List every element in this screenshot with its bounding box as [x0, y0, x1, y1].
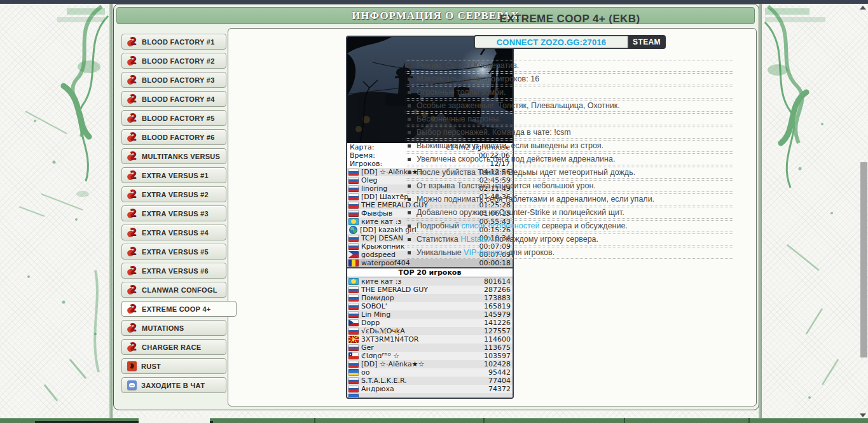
feature-text: Особые зараженные: Толстяк, Плевальщица,… [417, 101, 620, 110]
sidebar-item-mutations[interactable]: MUTATIONS [121, 320, 226, 336]
feature-item: Огромные толпы зомби. [406, 87, 733, 99]
top-player-score: 145979 [484, 310, 511, 319]
ru-flag-icon [348, 185, 359, 192]
feature-text: Максимальное число игроков: 16 [417, 74, 539, 83]
l4d2-icon [127, 170, 137, 181]
ru-flag-icon [348, 243, 359, 250]
top-player-score: 95442 [488, 368, 511, 377]
top-player-name: oo [361, 368, 488, 377]
sidebar-item-label: BLOOD FACTORY #5 [142, 114, 215, 122]
kz-flag-icon [348, 278, 359, 285]
top-player-name: √εDьℳОчķA [361, 327, 484, 335]
sidebar-item-extra-versus-#1[interactable]: EXTRA VERSUS #1 [121, 167, 226, 183]
sidebar-item-rust[interactable]: RUST [121, 358, 226, 374]
l4d2-icon [127, 113, 137, 123]
sidebar-item-extra-versus-#4[interactable]: EXTRA VERSUS #4 [121, 225, 226, 240]
feature-text: по каждому игроку сервера. [493, 235, 598, 244]
steam-button[interactable]: STEAM [629, 35, 666, 49]
sidebar-item-extreme-coop-4+[interactable]: EXTREME COOP 4+ [121, 301, 237, 317]
ua-flag-icon [348, 394, 359, 399]
top-players-list: ките кат :з801614THE EMERALD GUY287266По… [347, 277, 513, 399]
sidebar-item-extra-versus-#3[interactable]: EXTRA VERSUS #3 [121, 205, 226, 221]
feature-text: После убийства Танка и Ведьмы идет метео… [417, 168, 635, 177]
sidebar-item-label: EXTRA VERSUS #4 [142, 229, 209, 237]
top-player-score: 102428 [484, 360, 511, 368]
feature-text: для игроков. [506, 248, 555, 257]
ph-flag-icon [348, 251, 359, 258]
ru-flag-icon [348, 328, 359, 335]
top-player-row: Lin Ming145979 [347, 310, 513, 319]
sidebar-item-label: BLOOD FACTORY #4 [142, 95, 215, 103]
top-player-name: ките кат :з [361, 277, 484, 286]
sidebar-item-extra-versus-#2[interactable]: EXTRA VERSUS #2 [121, 186, 226, 202]
ru-flag-icon [348, 177, 359, 184]
feature-text: Уникальные [417, 248, 464, 257]
feature-item: Выбор персонажей. Команда в чате: !csm [406, 127, 733, 139]
feature-text: От взрыва Толстяка наносится небольшой у… [417, 181, 596, 190]
feature-text: Подробный [417, 221, 461, 230]
sidebar-item-label: MUTATIONS [142, 324, 184, 332]
sidebar-item-blood-factory-#5[interactable]: BLOOD FACTORY #5 [121, 110, 226, 126]
ru-flag-icon [348, 377, 359, 384]
grunge-art-right [762, 3, 860, 410]
ru-flag-icon [348, 361, 359, 368]
ru-flag-icon [348, 295, 359, 302]
feature-item: Подробный список особенностей сервера и … [406, 220, 733, 232]
sidebar-item-extra-versus-#5[interactable]: EXTRA VERSUS #5 [121, 244, 226, 260]
footer-separator [314, 418, 315, 423]
scrollbar-down-icon[interactable] [860, 413, 866, 417]
feature-item: Статистика HLstatsX по каждому игроку се… [406, 233, 733, 246]
sidebar-item-label: CHARGER RACE [142, 343, 201, 351]
sidebar-item-clanwar-confogl[interactable]: CLANWAR CONFOGL [121, 282, 226, 298]
top-player-score: 127557 [484, 327, 511, 335]
top-player-row: ℭƖơɳɑᴾᴿᴼ ☆103597 [347, 352, 513, 360]
kz-flag-icon [348, 218, 359, 225]
sidebar-item-blood-factory-#6[interactable]: BLOOD FACTORY #6 [121, 129, 226, 145]
top-player-score: 165819 [484, 302, 511, 310]
top-player-name: 3XT3RM1N4TOR [361, 335, 484, 343]
feature-text: Режим: Co-op / Кооператив. [417, 61, 519, 70]
sidebar-item-blood-factory-#3[interactable]: BLOOD FACTORY #3 [121, 72, 226, 88]
scrollbar-up-icon[interactable] [860, 6, 866, 10]
sidebar-item-label: EXTRA VERSUS #2 [142, 191, 209, 198]
top-player-score: 801614 [484, 277, 511, 286]
feature-item: Выжившие могут ползти, если выведены из … [406, 140, 733, 152]
main-panel: ИНФОРМАЦИЯ О СЕРВЕРАХ BLOOD FACTORY #1BL… [113, 4, 759, 410]
sidebar-item-blood-factory-#4[interactable]: BLOOD FACTORY #4 [121, 91, 226, 107]
connect-bar: CONNECT ZOZO.GG:27016 STEAM [406, 35, 734, 49]
feature-text: Бесконечные патроны. [417, 114, 501, 123]
l4d2-icon [127, 56, 137, 66]
feature-link[interactable]: VIP-бонусы [464, 248, 506, 257]
feature-text: Увеличена скорость бега под действием ад… [417, 155, 615, 163]
sidebar-item-заходите-в-чат[interactable]: ЗАХОДИТЕ В ЧАТ [121, 377, 226, 393]
feature-text: Статистика [417, 235, 460, 244]
cz-flag-icon [348, 319, 359, 326]
feature-text: Добавлено оружие из Counter-Strike и пол… [417, 208, 624, 217]
top-player-row: Помидор173883 [347, 294, 513, 302]
feature-link[interactable]: HLstatsX [460, 235, 493, 244]
top-player-score: 173883 [484, 294, 511, 302]
feature-link[interactable]: список особенностей [461, 221, 539, 230]
sidebar-item-blood-factory-#1[interactable]: BLOOD FACTORY #1 [121, 34, 226, 50]
top-player-name: Андрюха [361, 385, 488, 393]
feature-item: Режим: Co-op / Кооператив. [406, 60, 733, 72]
feature-item: Бесконечные патроны. [406, 113, 733, 125]
l4d2-icon [127, 151, 137, 162]
sidebar-item-charger-race[interactable]: CHARGER RACE [121, 339, 226, 355]
l4d2-icon [127, 323, 137, 333]
scrollbar-thumb[interactable] [860, 162, 867, 357]
connect-button[interactable]: CONNECT ZOZO.GG:27016 [474, 35, 629, 49]
feature-text: Выбор персонажей. Команда в чате: !csm [417, 128, 571, 137]
footer-separator [748, 418, 750, 423]
l4d2-icon [127, 209, 137, 219]
sidebar-item-multitanks-versus[interactable]: MULTITANKS VERSUS [121, 148, 226, 164]
feature-item: Добавлено оружие из Counter-Strike и пол… [406, 207, 733, 219]
l4d2-icon [127, 228, 137, 238]
sidebar-item-extra-versus-#6[interactable]: EXTRA VERSUS #6 [121, 263, 226, 279]
top-player-row: Андрюха74372 [347, 385, 513, 393]
top-player-row [347, 393, 513, 399]
sidebar-item-blood-factory-#2[interactable]: BLOOD FACTORY #2 [121, 53, 226, 69]
top-player-score: 114600 [484, 335, 511, 343]
feature-list: Режим: Co-op / Кооператив.Максимальное ч… [406, 59, 733, 259]
top-player-row: SOBOL'165819 [347, 302, 513, 310]
